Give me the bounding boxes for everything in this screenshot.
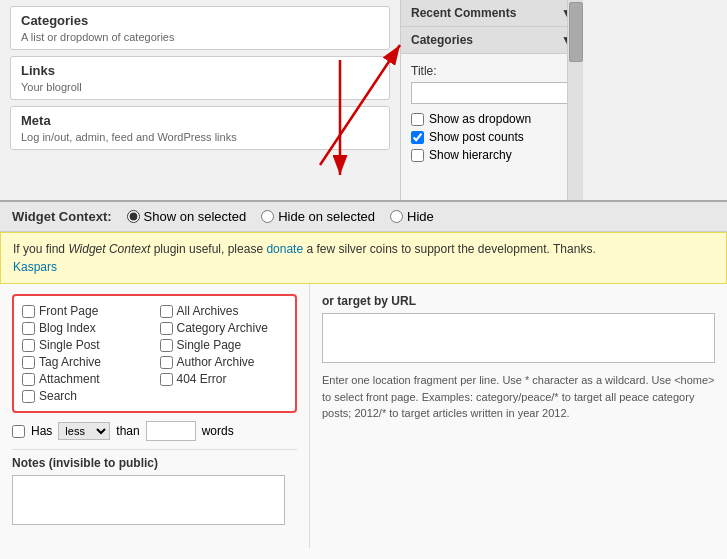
right-bottom: or target by URL Enter one location frag…: [310, 284, 727, 548]
url-textarea[interactable]: [322, 313, 715, 363]
show-as-dropdown-label: Show as dropdown: [429, 112, 531, 126]
search-label: Search: [39, 389, 77, 403]
tag-archive-item: Single Page: [160, 338, 288, 352]
meta-widget-item[interactable]: Meta Log in/out, admin, feed and WordPre…: [10, 106, 390, 150]
widget-list: Categories A list or dropdown of categor…: [0, 0, 400, 200]
front-page-label: Front Page: [39, 304, 98, 318]
single-page-item: Tag Archive: [22, 355, 150, 369]
widget-context-label: Widget Context:: [12, 209, 112, 224]
show-selected-radio[interactable]: [127, 210, 140, 223]
tag-archive-label: Single Page: [177, 338, 242, 352]
category-archive-checkbox[interactable]: [160, 322, 173, 335]
all-archives-item: All Archives: [160, 304, 288, 318]
blog-index-item: Blog Index: [22, 321, 150, 335]
scrollbar[interactable]: [567, 0, 583, 200]
show-selected-label: Show on selected: [144, 209, 247, 224]
notice-text: If you find Widget Context plugin useful…: [13, 242, 596, 256]
all-archives-checkbox[interactable]: [160, 305, 173, 318]
has-checkbox[interactable]: [12, 425, 25, 438]
show-post-counts-row: Show post counts: [411, 130, 573, 144]
error-404-label: 404 Error: [177, 372, 227, 386]
show-hierarchy-row: Show hierarchy: [411, 148, 573, 162]
categories-settings-header: Categories ▼: [401, 27, 583, 54]
attachment-checkbox[interactable]: [22, 373, 35, 386]
show-post-counts-checkbox[interactable]: [411, 131, 424, 144]
search-checkbox[interactable]: [22, 390, 35, 403]
show-hierarchy-checkbox[interactable]: [411, 149, 424, 162]
or-target-label: or target by URL: [322, 294, 715, 308]
words-label: words: [202, 424, 234, 438]
less-more-select[interactable]: less more: [58, 422, 110, 440]
categories-widget-title: Categories: [21, 13, 379, 28]
notes-label: Notes (invisible to public): [12, 456, 285, 470]
notes-section: Notes (invisible to public): [12, 449, 297, 538]
meta-widget-title: Meta: [21, 113, 379, 128]
hide-selected-label: Hide on selected: [278, 209, 375, 224]
title-label: Title:: [411, 64, 573, 78]
widget-context-panel: Widget Context: Show on selected Hide on…: [0, 200, 727, 559]
single-page-label: Tag Archive: [39, 355, 101, 369]
show-hierarchy-label: Show hierarchy: [429, 148, 512, 162]
single-post-checkbox[interactable]: [22, 339, 35, 352]
tag-archive-checkbox[interactable]: [160, 339, 173, 352]
front-page-checkbox[interactable]: [22, 305, 35, 318]
scrollbar-thumb[interactable]: [569, 2, 583, 62]
donate-link[interactable]: donate: [266, 242, 303, 256]
show-selected-option[interactable]: Show on selected: [127, 209, 247, 224]
categories-widget-settings: Title: Show as dropdown Show post counts…: [401, 54, 583, 176]
notice-bar: If you find Widget Context plugin useful…: [0, 232, 727, 284]
author-archive-checkbox[interactable]: [160, 356, 173, 369]
right-settings-panel: Recent Comments ▼ Categories ▼ Title: Sh…: [400, 0, 583, 200]
hide-option[interactable]: Hide: [390, 209, 434, 224]
attachment-label: Attachment: [39, 372, 100, 386]
attachment-item: Attachment: [22, 372, 150, 386]
single-post-item: Single Post: [22, 338, 150, 352]
widget-context-header: Widget Context: Show on selected Hide on…: [0, 202, 727, 232]
meta-widget-desc: Log in/out, admin, feed and WordPress li…: [21, 131, 379, 143]
main-container: Categories A list or dropdown of categor…: [0, 0, 727, 559]
hide-label: Hide: [407, 209, 434, 224]
title-input[interactable]: [411, 82, 573, 104]
bottom-content: Front Page All Archives Blog Index Categ…: [0, 284, 727, 548]
show-as-dropdown-checkbox[interactable]: [411, 113, 424, 126]
than-label: than: [116, 424, 139, 438]
hide-radio[interactable]: [390, 210, 403, 223]
error-404-checkbox[interactable]: [160, 373, 173, 386]
url-instructions: Enter one location fragment per line. Us…: [322, 372, 715, 422]
has-row: Has less more than words: [12, 421, 297, 441]
hide-selected-option[interactable]: Hide on selected: [261, 209, 375, 224]
page-checkboxes-container: Front Page All Archives Blog Index Categ…: [12, 294, 297, 413]
top-section: Categories A list or dropdown of categor…: [0, 0, 583, 200]
single-post-label: Single Post: [39, 338, 100, 352]
recent-comments-label: Recent Comments: [411, 6, 516, 20]
words-count-input[interactable]: [146, 421, 196, 441]
single-page-checkbox[interactable]: [22, 356, 35, 369]
author-archive-label: Author Archive: [177, 355, 255, 369]
links-widget-desc: Your blogroll: [21, 81, 379, 93]
category-archive-label: Category Archive: [177, 321, 268, 335]
links-widget-item[interactable]: Links Your blogroll: [10, 56, 390, 100]
error-404-item: 404 Error: [160, 372, 288, 386]
recent-comments-bar: Recent Comments ▼: [401, 0, 583, 27]
categories-settings-title: Categories: [411, 33, 473, 47]
search-item: Search: [22, 389, 150, 403]
blog-index-checkbox[interactable]: [22, 322, 35, 335]
has-label: Has: [31, 424, 52, 438]
blog-index-label: Blog Index: [39, 321, 96, 335]
categories-widget-item[interactable]: Categories A list or dropdown of categor…: [10, 6, 390, 50]
links-widget-title: Links: [21, 63, 379, 78]
front-page-item: Front Page: [22, 304, 150, 318]
categories-widget-desc: A list or dropdown of categories: [21, 31, 379, 43]
show-as-dropdown-row: Show as dropdown: [411, 112, 573, 126]
hide-selected-radio[interactable]: [261, 210, 274, 223]
author-link[interactable]: Kaspars: [13, 260, 57, 274]
category-archive-item: Category Archive: [160, 321, 288, 335]
show-post-counts-label: Show post counts: [429, 130, 524, 144]
left-bottom: Front Page All Archives Blog Index Categ…: [0, 284, 310, 548]
author-archive-item: Author Archive: [160, 355, 288, 369]
notes-textarea[interactable]: [12, 475, 285, 525]
all-archives-label: All Archives: [177, 304, 239, 318]
